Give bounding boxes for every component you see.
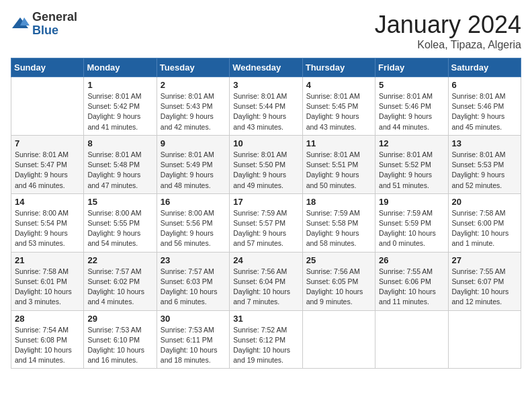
calendar-week-row: 7Sunrise: 8:01 AMSunset: 5:47 PMDaylight… [11, 135, 521, 193]
calendar-cell: 19Sunrise: 7:59 AMSunset: 5:59 PMDayligh… [375, 193, 448, 252]
day-info: Sunrise: 8:01 AMSunset: 5:53 PMDaylight:… [452, 150, 517, 191]
day-number: 21 [15, 255, 80, 265]
logo-blue: Blue [32, 24, 77, 38]
day-number: 20 [452, 197, 517, 207]
day-info: Sunrise: 8:01 AMSunset: 5:42 PMDaylight:… [87, 91, 152, 132]
calendar-cell: 1Sunrise: 8:01 AMSunset: 5:42 PMDaylight… [84, 77, 157, 136]
day-number: 27 [452, 255, 517, 265]
calendar-cell: 3Sunrise: 8:01 AMSunset: 5:44 PMDaylight… [230, 77, 302, 136]
day-info: Sunrise: 7:58 AMSunset: 6:00 PMDaylight:… [452, 208, 517, 249]
day-info: Sunrise: 7:55 AMSunset: 6:07 PMDaylight:… [452, 267, 517, 308]
day-info: Sunrise: 8:01 AMSunset: 5:49 PMDaylight:… [161, 150, 226, 191]
day-number: 28 [15, 314, 80, 324]
day-info: Sunrise: 7:53 AMSunset: 6:10 PMDaylight:… [87, 325, 152, 366]
day-info: Sunrise: 8:01 AMSunset: 5:44 PMDaylight:… [233, 91, 298, 132]
weekday-header: Saturday [448, 58, 521, 77]
day-number: 18 [306, 197, 371, 207]
calendar-cell: 16Sunrise: 8:00 AMSunset: 5:56 PMDayligh… [157, 193, 229, 252]
calendar-cell: 27Sunrise: 7:55 AMSunset: 6:07 PMDayligh… [448, 252, 521, 310]
day-number: 7 [15, 138, 80, 148]
day-info: Sunrise: 7:59 AMSunset: 5:58 PMDaylight:… [306, 208, 371, 249]
day-number: 25 [306, 255, 371, 265]
day-info: Sunrise: 7:57 AMSunset: 6:03 PMDaylight:… [161, 267, 226, 308]
calendar-cell: 18Sunrise: 7:59 AMSunset: 5:58 PMDayligh… [302, 193, 375, 252]
day-number: 24 [233, 255, 298, 265]
day-info: Sunrise: 8:01 AMSunset: 5:50 PMDaylight:… [233, 150, 298, 191]
calendar-cell: 8Sunrise: 8:01 AMSunset: 5:48 PMDaylight… [84, 135, 157, 193]
day-info: Sunrise: 8:01 AMSunset: 5:51 PMDaylight:… [306, 150, 371, 191]
calendar-cell: 28Sunrise: 7:54 AMSunset: 6:08 PMDayligh… [11, 310, 84, 369]
day-number: 5 [379, 80, 444, 90]
logo-general: General [32, 11, 77, 24]
logo-icon [11, 15, 30, 34]
calendar-week-row: 21Sunrise: 7:58 AMSunset: 6:01 PMDayligh… [11, 252, 521, 310]
day-number: 6 [452, 80, 517, 90]
page-header: General Blue January 2024 Kolea, Tipaza,… [11, 11, 521, 51]
calendar-cell: 30Sunrise: 7:53 AMSunset: 6:11 PMDayligh… [157, 310, 229, 369]
calendar-week-row: 14Sunrise: 8:00 AMSunset: 5:54 PMDayligh… [11, 193, 521, 252]
day-info: Sunrise: 8:00 AMSunset: 5:55 PMDaylight:… [87, 208, 152, 249]
day-number: 14 [15, 197, 80, 207]
logo: General Blue [11, 11, 77, 38]
day-info: Sunrise: 8:01 AMSunset: 5:45 PMDaylight:… [306, 91, 371, 132]
calendar-cell: 15Sunrise: 8:00 AMSunset: 5:55 PMDayligh… [84, 193, 157, 252]
day-number: 15 [87, 197, 152, 207]
calendar-cell: 23Sunrise: 7:57 AMSunset: 6:03 PMDayligh… [157, 252, 229, 310]
title-block: January 2024 Kolea, Tipaza, Algeria [375, 11, 521, 51]
day-info: Sunrise: 8:01 AMSunset: 5:48 PMDaylight:… [87, 150, 152, 191]
day-number: 10 [233, 138, 298, 148]
calendar-cell: 29Sunrise: 7:53 AMSunset: 6:10 PMDayligh… [84, 310, 157, 369]
day-info: Sunrise: 8:01 AMSunset: 5:43 PMDaylight:… [161, 91, 226, 132]
day-number: 8 [87, 138, 152, 148]
day-info: Sunrise: 7:52 AMSunset: 6:12 PMDaylight:… [233, 325, 298, 366]
day-number: 1 [87, 80, 152, 90]
calendar-cell: 17Sunrise: 7:59 AMSunset: 5:57 PMDayligh… [230, 193, 302, 252]
day-number: 11 [306, 138, 371, 148]
calendar-table: SundayMondayTuesdayWednesdayThursdayFrid… [11, 58, 521, 369]
day-number: 30 [161, 314, 226, 324]
weekday-header: Wednesday [230, 58, 302, 77]
calendar-cell: 10Sunrise: 8:01 AMSunset: 5:50 PMDayligh… [230, 135, 302, 193]
weekday-header: Monday [84, 58, 157, 77]
calendar-cell [302, 310, 375, 369]
calendar-cell [448, 310, 521, 369]
day-info: Sunrise: 7:54 AMSunset: 6:08 PMDaylight:… [15, 325, 80, 366]
calendar-cell: 6Sunrise: 8:01 AMSunset: 5:46 PMDaylight… [448, 77, 521, 136]
logo-text: General Blue [32, 11, 77, 38]
calendar-cell: 4Sunrise: 8:01 AMSunset: 5:45 PMDaylight… [302, 77, 375, 136]
calendar-cell: 7Sunrise: 8:01 AMSunset: 5:47 PMDaylight… [11, 135, 84, 193]
weekday-header: Tuesday [157, 58, 229, 77]
day-number: 29 [87, 314, 152, 324]
day-number: 19 [379, 197, 444, 207]
calendar-cell: 9Sunrise: 8:01 AMSunset: 5:49 PMDaylight… [157, 135, 229, 193]
day-number: 2 [161, 80, 226, 90]
calendar-cell: 20Sunrise: 7:58 AMSunset: 6:00 PMDayligh… [448, 193, 521, 252]
location: Kolea, Tipaza, Algeria [375, 39, 521, 51]
day-info: Sunrise: 8:01 AMSunset: 5:46 PMDaylight:… [379, 91, 444, 132]
day-info: Sunrise: 8:01 AMSunset: 5:46 PMDaylight:… [452, 91, 517, 132]
calendar-cell: 25Sunrise: 7:56 AMSunset: 6:05 PMDayligh… [302, 252, 375, 310]
weekday-header: Sunday [11, 58, 84, 77]
day-info: Sunrise: 7:55 AMSunset: 6:06 PMDaylight:… [379, 267, 444, 308]
day-number: 3 [233, 80, 298, 90]
calendar-cell: 14Sunrise: 8:00 AMSunset: 5:54 PMDayligh… [11, 193, 84, 252]
weekday-header: Friday [375, 58, 448, 77]
calendar-week-row: 28Sunrise: 7:54 AMSunset: 6:08 PMDayligh… [11, 310, 521, 369]
calendar-cell: 26Sunrise: 7:55 AMSunset: 6:06 PMDayligh… [375, 252, 448, 310]
day-number: 31 [233, 314, 298, 324]
day-info: Sunrise: 8:00 AMSunset: 5:56 PMDaylight:… [161, 208, 226, 249]
day-number: 22 [87, 255, 152, 265]
day-info: Sunrise: 8:01 AMSunset: 5:47 PMDaylight:… [15, 150, 80, 191]
calendar-cell: 21Sunrise: 7:58 AMSunset: 6:01 PMDayligh… [11, 252, 84, 310]
calendar-cell: 24Sunrise: 7:56 AMSunset: 6:04 PMDayligh… [230, 252, 302, 310]
calendar-cell: 22Sunrise: 7:57 AMSunset: 6:02 PMDayligh… [84, 252, 157, 310]
day-number: 4 [306, 80, 371, 90]
month-year: January 2024 [375, 11, 521, 39]
day-number: 9 [161, 138, 226, 148]
day-info: Sunrise: 8:01 AMSunset: 5:52 PMDaylight:… [379, 150, 444, 191]
calendar-cell: 5Sunrise: 8:01 AMSunset: 5:46 PMDaylight… [375, 77, 448, 136]
calendar-cell: 2Sunrise: 8:01 AMSunset: 5:43 PMDaylight… [157, 77, 229, 136]
day-number: 16 [161, 197, 226, 207]
day-number: 12 [379, 138, 444, 148]
day-info: Sunrise: 7:58 AMSunset: 6:01 PMDaylight:… [15, 267, 80, 308]
